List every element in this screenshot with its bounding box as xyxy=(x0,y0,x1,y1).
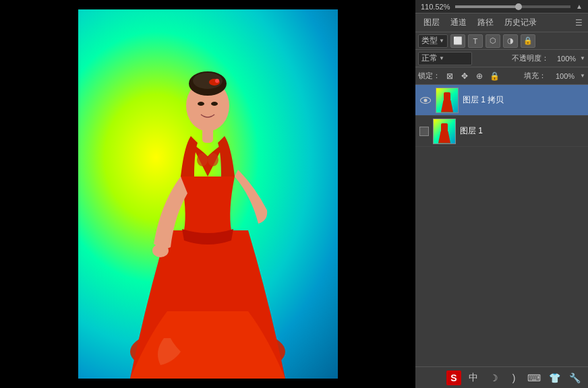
shirt-label: 👕 xyxy=(549,373,560,383)
thumb-figure-top-1 xyxy=(441,123,448,131)
filter-icon-lock: 🔒 xyxy=(523,36,533,45)
filter-icon-T: T xyxy=(473,37,478,45)
taskbar-icon-shirt[interactable]: 👕 xyxy=(546,370,562,386)
fill-arrow: ▼ xyxy=(580,73,585,79)
wrench-label: 🔧 xyxy=(569,373,581,383)
svg-point-9 xyxy=(215,79,219,83)
layer-visibility-0[interactable] xyxy=(419,94,432,106)
lock-row: 锁定： ⊠ ✥ ⊕ 🔒 填充： 100% ▼ xyxy=(415,67,588,85)
filter-dropdown[interactable]: 类型 ▼ xyxy=(418,34,448,48)
svg-point-10 xyxy=(198,102,204,106)
taskbar-icon-parens[interactable]: ) xyxy=(506,370,522,386)
svg-point-2 xyxy=(208,153,218,166)
filter-icon-shape: ⬡ xyxy=(490,36,496,45)
zoom-max-icon: ▲ xyxy=(576,3,583,10)
zoom-slider-track xyxy=(455,5,519,8)
blend-mode-arrow: ▼ xyxy=(439,55,444,61)
svg-point-1 xyxy=(197,153,208,166)
canvas-area xyxy=(0,0,415,388)
tab-layers[interactable]: 图层 xyxy=(418,14,445,31)
lock-icon-all[interactable]: 🔒 xyxy=(489,71,500,82)
filter-icon-btn-1[interactable]: ⬜ xyxy=(450,34,465,48)
tab-menu-icon[interactable]: ☰ xyxy=(572,17,585,29)
thumb-figure-bottom-1 xyxy=(438,131,450,143)
blend-mode-label: 正常 xyxy=(421,53,438,64)
tab-channels[interactable]: 通道 xyxy=(445,14,472,31)
taskbar-icon-keyboard[interactable]: ⌨ xyxy=(526,370,542,386)
zoom-slider[interactable] xyxy=(455,5,570,8)
filter-icon-btn-3[interactable]: ⬡ xyxy=(486,34,500,48)
svg-point-3 xyxy=(152,244,169,257)
layer-item-0[interactable]: 图层 1 拷贝 xyxy=(415,85,588,116)
filter-icon-btn-2[interactable]: T xyxy=(468,34,483,48)
filter-icon-img: ⬜ xyxy=(453,36,463,45)
canvas-wrapper xyxy=(78,9,338,379)
filter-icon-adj: ◑ xyxy=(507,36,514,45)
blend-row: 正常 ▼ 不透明度： 100% ▼ xyxy=(415,50,588,67)
lock-icon-position[interactable]: ✥ xyxy=(459,71,470,82)
lock-icon-artboards[interactable]: ⊕ xyxy=(474,71,485,82)
s-taskbar-icon[interactable]: S xyxy=(446,370,461,385)
layer-thumbnail-0 xyxy=(436,88,459,113)
opacity-value[interactable]: 100% xyxy=(552,55,576,63)
taskbar-icon-zhong[interactable]: 中 xyxy=(465,370,481,386)
top-bar: 110.52% ▲ xyxy=(415,0,588,13)
taskbar-icon-moon[interactable]: ☽ xyxy=(486,370,502,386)
parens-label: ) xyxy=(512,373,516,383)
opacity-arrow: ▼ xyxy=(580,55,585,61)
right-panel: 110.52% ▲ 图层 通道 路径 历史记录 ☰ 类型 ▼ ⬜ T ⬡ ◑ xyxy=(415,0,588,388)
keyboard-label: ⌨ xyxy=(527,373,541,383)
layer-name-0: 图层 1 拷贝 xyxy=(463,94,584,106)
filter-icon-btn-5[interactable]: 🔒 xyxy=(521,34,535,48)
thumb-figure-bottom-0 xyxy=(441,100,453,112)
layer-thumbnail-1 xyxy=(433,119,456,144)
svg-point-11 xyxy=(211,102,218,106)
fill-label: 填充： xyxy=(524,71,546,81)
lock-icon-pixels[interactable]: ⊠ xyxy=(444,71,455,82)
filter-label: 类型 xyxy=(421,35,438,46)
thumb-figure-top-0 xyxy=(444,92,450,100)
filter-row: 类型 ▼ ⬜ T ⬡ ◑ 🔒 xyxy=(415,32,588,50)
eye-icon-0 xyxy=(420,97,431,104)
tab-history[interactable]: 历史记录 xyxy=(499,14,542,31)
moon-label: ☽ xyxy=(490,373,498,383)
zoom-display: 110.52% xyxy=(421,3,450,11)
taskbar-icon-wrench[interactable]: 🔧 xyxy=(566,370,583,386)
lock-label: 锁定： xyxy=(418,71,440,81)
bottom-taskbar: S 中 ☽ ) ⌨ 👕 🔧 xyxy=(415,366,588,388)
filter-icon-btn-4[interactable]: ◑ xyxy=(503,34,518,48)
canvas-image xyxy=(127,42,289,379)
layer-item-1[interactable]: 图层 1 xyxy=(415,116,588,147)
zoom-slider-thumb[interactable] xyxy=(515,3,522,10)
filter-dropdown-arrow: ▼ xyxy=(439,38,444,44)
layers-list: 图层 1 拷贝 图层 1 xyxy=(415,85,588,366)
layer-name-1: 图层 1 xyxy=(460,125,584,137)
tabs-row: 图层 通道 路径 历史记录 ☰ xyxy=(415,13,588,32)
layer-checkbox-1[interactable] xyxy=(419,127,429,136)
zhong-label: 中 xyxy=(469,372,478,384)
blend-mode-select[interactable]: 正常 ▼ xyxy=(418,52,472,65)
tab-paths[interactable]: 路径 xyxy=(472,14,499,31)
fill-value[interactable]: 100% xyxy=(550,72,575,80)
opacity-label: 不透明度： xyxy=(512,53,549,63)
